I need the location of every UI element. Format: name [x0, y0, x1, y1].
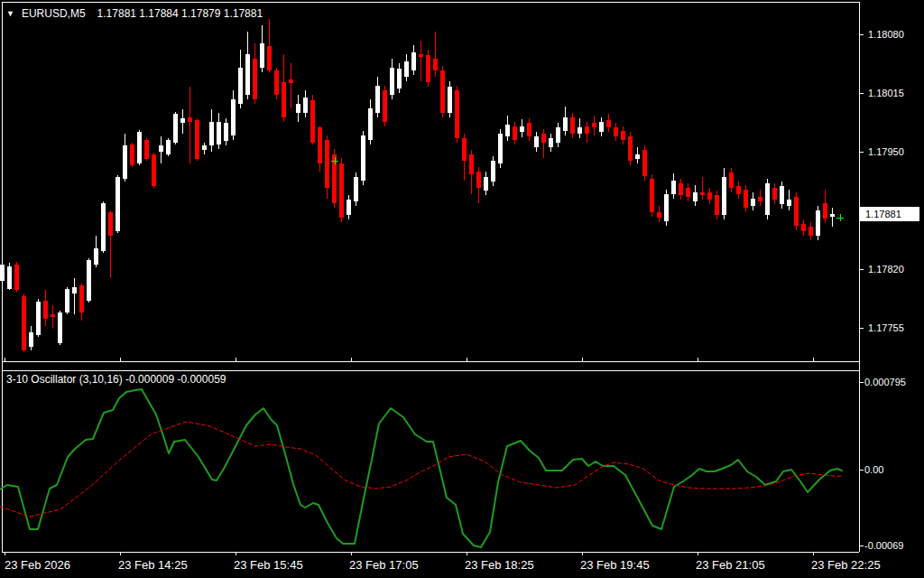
- candle-body: [578, 127, 582, 134]
- candle-body: [123, 145, 127, 179]
- candle-body: [318, 127, 322, 163]
- price-axis-label: 1.17950: [868, 146, 904, 157]
- candle-body: [780, 186, 784, 204]
- candle-body: [144, 140, 149, 159]
- candle-body: [751, 199, 755, 206]
- candle-body: [224, 123, 228, 141]
- candle-body: [520, 126, 524, 132]
- chart-title: ▼ EURUSD,M5 1.17881 1.17884 1.17879 1.17…: [6, 7, 263, 20]
- candle-body: [87, 260, 91, 301]
- time-axis-label: 23 Feb 18:25: [465, 558, 534, 572]
- candle-body: [484, 177, 488, 191]
- price-axis-label: 1.17755: [868, 322, 904, 333]
- candle-body: [614, 127, 618, 136]
- candle-body: [22, 296, 26, 350]
- candle-body: [816, 210, 820, 236]
- candle-body: [137, 132, 142, 163]
- candle-body: [433, 59, 438, 70]
- candle-body: [58, 312, 62, 343]
- candle-body: [722, 177, 726, 215]
- candle-body: [642, 150, 647, 176]
- candle-body: [549, 138, 553, 147]
- candle-body: [462, 138, 467, 161]
- time-axis-label: 23 Feb 2026: [5, 558, 70, 572]
- candle-body: [527, 123, 531, 136]
- candle-body: [231, 99, 236, 135]
- candle-body: [274, 70, 279, 95]
- candle-body: [296, 104, 300, 113]
- candle-body: [808, 227, 813, 236]
- candle-body: [375, 86, 380, 113]
- candle-body: [390, 68, 394, 95]
- candle-body: [36, 302, 41, 335]
- candle-body: [700, 192, 705, 195]
- candle-body: [744, 190, 748, 208]
- time-axis-label: 23 Feb 17:05: [349, 558, 419, 572]
- candle-body: [130, 144, 134, 165]
- candle-body: [664, 194, 669, 221]
- candle-body: [361, 135, 365, 181]
- oscillator-main-line: [0, 389, 842, 547]
- candle-body: [830, 214, 835, 217]
- candle-body: [592, 123, 596, 127]
- candle-body: [736, 186, 741, 194]
- candle-body: [188, 117, 192, 122]
- time-axis-label: 23 Feb 15:45: [234, 558, 303, 572]
- candle-body: [0, 265, 5, 281]
- candle-body: [505, 125, 510, 136]
- candle-body: [267, 46, 272, 70]
- candle-body: [368, 108, 373, 140]
- candle-body: [679, 183, 683, 195]
- candle-body: [563, 117, 568, 131]
- candle-body: [195, 120, 199, 159]
- candle-body: [715, 195, 719, 215]
- price-axis-label: 1.18015: [868, 88, 904, 98]
- candle-body: [217, 122, 221, 144]
- candle-body: [116, 177, 120, 231]
- candle-body: [801, 224, 806, 231]
- symbol-dropdown-icon[interactable]: ▼: [6, 9, 14, 18]
- candle-body: [43, 301, 48, 319]
- candle-body: [404, 61, 409, 77]
- candle-body: [325, 140, 329, 188]
- candle-body: [513, 126, 517, 140]
- candle-body: [448, 87, 452, 113]
- candle-body: [159, 145, 163, 152]
- candle-body: [282, 82, 286, 117]
- candle-body: [650, 179, 654, 212]
- candle-body: [29, 332, 33, 347]
- candle-body: [245, 54, 250, 95]
- candle-body: [621, 131, 625, 140]
- candle-body: [238, 68, 243, 104]
- candle-body: [476, 172, 481, 188]
- candle-body: [65, 289, 69, 312]
- candle-body: [599, 122, 604, 132]
- candle-body: [51, 314, 55, 317]
- candle-body: [758, 197, 762, 201]
- candle-body: [823, 203, 827, 219]
- candle-body: [419, 54, 423, 57]
- candle-body: [628, 136, 633, 161]
- candle-body: [585, 126, 589, 134]
- mt4-chart-window: 1.180801.180151.179501.178201.177551.178…: [0, 0, 924, 578]
- candle-body: [397, 69, 402, 89]
- candle-body: [180, 118, 185, 123]
- oscillator-signal-line: [0, 422, 842, 517]
- chart-canvas[interactable]: 1.180801.180151.179501.178201.177551.178…: [0, 0, 924, 578]
- candle-body: [606, 120, 611, 127]
- candle-body: [686, 188, 690, 197]
- candle-body: [108, 212, 113, 236]
- candle-body: [152, 154, 156, 186]
- candle-body: [310, 100, 315, 143]
- time-axis-label: 23 Feb 19:45: [580, 558, 650, 572]
- candle-body: [765, 183, 770, 215]
- time-axis-label: 23 Feb 22:25: [811, 558, 881, 572]
- price-axis-label: 1.18080: [868, 29, 904, 40]
- candle-body: [79, 285, 84, 312]
- candle-body: [14, 265, 19, 290]
- candle-body: [72, 287, 77, 294]
- indicator-label: 3-10 Oscillator (3,10,16) -0.000009 -0.0…: [6, 373, 226, 386]
- chart-title-ohlc: 1.17881 1.17884 1.17879 1.17881: [97, 7, 263, 20]
- candle-body: [260, 43, 264, 68]
- time-axis-label: 23 Feb 14:25: [118, 558, 188, 572]
